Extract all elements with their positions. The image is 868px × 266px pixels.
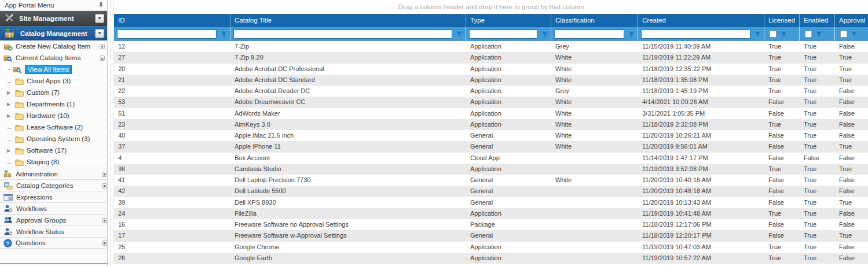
item-label: Operating System (3) (27, 135, 90, 142)
catalog-title-funnel-icon[interactable] (456, 31, 463, 38)
column-header-approval[interactable]: Approval (835, 14, 868, 27)
catalog-management-dropdown-button[interactable]: ▼ (95, 29, 104, 38)
table-row[interactable]: 16Freeware Software no Approval Settings… (114, 219, 868, 230)
licensed-funnel-icon[interactable] (781, 31, 787, 38)
approval-groups-dropdown-button[interactable]: ▼ (102, 218, 107, 223)
svg-text:?: ? (6, 240, 9, 246)
table-row[interactable]: 24FileZillaApplication11/19/2019 10:41:4… (114, 208, 868, 219)
table-row[interactable]: 37Apple iPhone 11GeneralWhite11/20/2019 … (114, 141, 868, 152)
table-row[interactable]: 21Adobe Acrobat DC StandardApplicationWh… (114, 75, 868, 86)
sidebar-item-cloud-apps-3[interactable]: Cloud Apps (3) (0, 75, 107, 87)
sidebar-item-create-new-catalog-item[interactable]: Create New Catalog Item▼ (0, 40, 107, 52)
sidebar-item-expressions[interactable]: Expressions (0, 191, 107, 202)
column-header-created[interactable]: Created (638, 14, 764, 27)
sidebar-item-workflows[interactable]: Workflows (0, 202, 107, 214)
catalog-title-filter-input[interactable] (233, 29, 452, 39)
approval-funnel-icon[interactable] (851, 31, 858, 38)
cell-catalog-title: Adobe Acrobat DC Standard (230, 75, 466, 86)
cell-type: Application (466, 242, 551, 253)
enabled-filter-checkbox[interactable] (805, 31, 812, 38)
sidebar-item-operating-system-3[interactable]: Operating System (3) (0, 133, 107, 145)
table-row[interactable]: 53Adobe Dreamweaver CCApplicationWhite4/… (114, 97, 868, 108)
classification-funnel-icon[interactable] (628, 31, 635, 38)
table-row[interactable]: 17Freeware Software w-Approval SettingsG… (114, 230, 868, 241)
column-header-id[interactable]: ID (114, 14, 230, 27)
catalog-categories-dropdown-button[interactable]: ▼ (102, 183, 107, 189)
licensed-filter-checkbox[interactable] (770, 31, 777, 38)
sidebar-item-administration[interactable]: Administration▼ (0, 168, 107, 179)
table-row[interactable]: 36Camtasia StudioApplication11/19/2019 3… (114, 164, 868, 175)
administration-dropdown-button[interactable]: ▼ (102, 172, 107, 177)
cell-classification: White (551, 175, 638, 186)
cell-catalog-title: Adobe Acrobat DC Professional (230, 64, 466, 75)
tree-expander-icon[interactable]: ▶ (6, 90, 15, 95)
column-header-type[interactable]: Type (466, 14, 551, 27)
tree-expander-icon[interactable]: ▶ (6, 148, 15, 153)
table-row[interactable]: 39Dell XPS 8930General11/20/2019 10:13:4… (114, 197, 868, 208)
table-row[interactable]: 25Google ChromeApplication11/19/2019 10:… (114, 242, 868, 253)
type-filter-input[interactable] (469, 29, 537, 39)
sidebar-item-approval-groups[interactable]: Approval Groups▼ (0, 214, 107, 226)
sidebar-item-custom-7[interactable]: ▶Custom (7) (0, 87, 107, 98)
table-row[interactable]: 41Dell Laptop Precision 7730GeneralWhite… (114, 175, 868, 186)
table-row[interactable]: 42Dell Latitude 5500General11/20/2019 10… (114, 186, 868, 197)
sidebar-item-view-all-items[interactable]: View All Items (0, 64, 107, 75)
sidebar-item-departments-1[interactable]: ▶Departments (1) (0, 98, 107, 110)
tree-expander-icon[interactable]: ▶ (6, 102, 15, 107)
tree-expander-icon[interactable]: ▶ (6, 113, 15, 119)
table-row[interactable]: 51AdWords MakerApplicationWhite3/31/2021… (114, 108, 868, 119)
item-label: Lease Software (2) (27, 124, 83, 131)
id-funnel-icon[interactable] (221, 31, 227, 38)
cell-licensed: True (764, 52, 800, 63)
approval-filter-checkbox[interactable] (840, 31, 847, 38)
current-catalog-items-dropdown-button[interactable]: ▲ (100, 56, 105, 61)
column-header-enabled[interactable]: Enabled (800, 14, 835, 27)
cell-approval: False (835, 86, 868, 97)
column-header-classification[interactable]: Classification (551, 14, 638, 27)
sidebar-item-catalog-categories[interactable]: Catalog Categories▼ (0, 179, 107, 191)
table-row[interactable]: 4Box AccountCloud App11/14/2019 1:47:17 … (114, 153, 868, 164)
column-header-catalog-title[interactable]: Catalog Title (230, 14, 466, 27)
table-row[interactable]: 277-Zip 9.20ApplicationWhite11/19/2019 1… (114, 52, 868, 63)
cell-classification (551, 153, 638, 164)
create-new-catalog-item-dropdown-button[interactable]: ▼ (100, 44, 105, 49)
cell-catalog-title: 7-Zip 9.20 (230, 52, 466, 63)
item-label: Administration (16, 171, 102, 178)
sidebar-splitter[interactable] (108, 0, 114, 266)
cell-licensed: True (764, 75, 800, 86)
item-label: Hardware (10) (27, 112, 69, 119)
folder-icon (15, 101, 24, 108)
splitter-grip[interactable] (111, 0, 111, 266)
id-filter-input[interactable] (117, 29, 217, 39)
sidebar-item-questions[interactable]: ?Questions▼ (0, 237, 107, 249)
table-row[interactable]: 127-ZipApplicationGrey11/15/2019 11:40:3… (114, 41, 868, 52)
sidebar-item-software-17[interactable]: ▶Software (17) (0, 145, 107, 156)
table-row[interactable]: 23AimKeys 3.0ApplicationWhite11/18/2019 … (114, 119, 868, 130)
table-row[interactable]: 22Adobe Acrobat Reader DCApplicationGrey… (114, 86, 868, 97)
questions-dropdown-button[interactable]: ▼ (102, 241, 107, 246)
section-label: Catalog Management (20, 30, 95, 37)
cell-id: 23 (114, 119, 230, 130)
enabled-funnel-icon[interactable] (816, 31, 822, 38)
sidebar-titlebar: App Portal Menu (0, 0, 107, 11)
sidebar-item-workflow-status[interactable]: Workflow Status (0, 226, 107, 237)
sidebar-item-lease-software-2[interactable]: Lease Software (2) (0, 121, 107, 133)
site-management-dropdown-button[interactable]: ▼ (95, 14, 104, 23)
created-filter-input[interactable] (641, 29, 750, 39)
cell-catalog-title: Freeware Software w-Approval Settings (230, 230, 466, 241)
sidebar-section-site-management[interactable]: Site Management▼ (0, 11, 107, 26)
sidebar-item-staging-8[interactable]: Staging (8) (0, 156, 107, 168)
type-funnel-icon[interactable] (541, 31, 548, 38)
sidebar-item-current-catalog-items[interactable]: Current Catalog Items▲ (0, 52, 107, 64)
cell-approval: True (835, 164, 868, 175)
sidebar-item-hardware-10[interactable]: ▶Hardware (10) (0, 110, 107, 121)
pin-icon[interactable] (98, 2, 104, 9)
table-row[interactable]: 40Apple iMac 21.5 inchGeneralWhite11/20/… (114, 130, 868, 141)
cell-catalog-title: Apple iMac 21.5 inch (230, 130, 466, 141)
table-row[interactable]: 20Adobe Acrobat DC ProfessionalApplicati… (114, 64, 868, 75)
created-funnel-icon[interactable] (755, 31, 761, 38)
table-row[interactable]: 26Google EarthApplication11/19/2019 10:5… (114, 253, 868, 264)
sidebar-section-catalog-management[interactable]: Catalog Management▼ (0, 26, 107, 40)
classification-filter-input[interactable] (554, 29, 624, 39)
column-header-licensed[interactable]: Licensed (764, 14, 800, 27)
